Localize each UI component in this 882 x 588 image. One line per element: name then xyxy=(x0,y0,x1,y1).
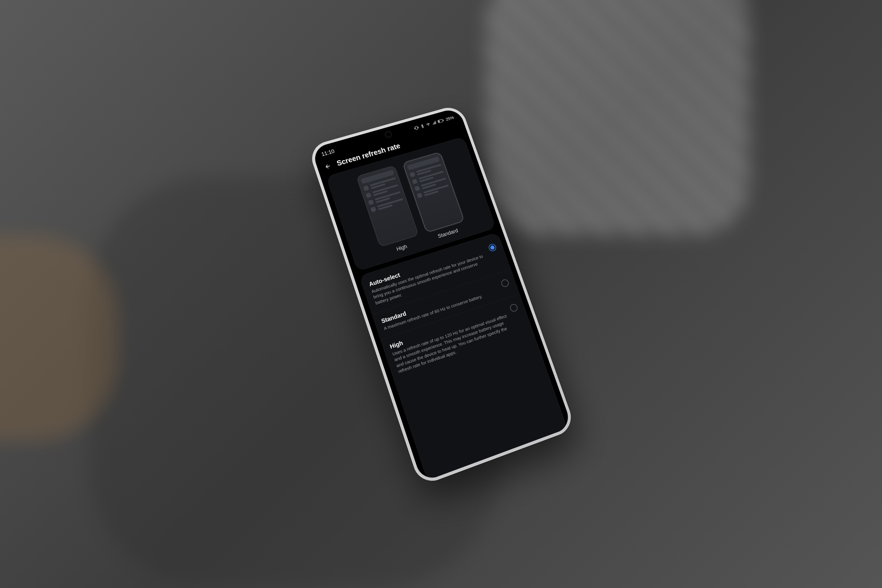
radio-auto-select[interactable] xyxy=(488,243,497,252)
battery-percentage: 25% xyxy=(445,115,454,122)
vibrate-icon xyxy=(413,125,419,130)
signal-icon xyxy=(431,120,437,125)
svg-point-0 xyxy=(428,125,429,126)
back-arrow-icon xyxy=(324,163,332,170)
radio-standard[interactable] xyxy=(500,278,510,288)
status-time: 11:10 xyxy=(321,148,335,157)
preview-label: High xyxy=(396,243,408,252)
svg-rect-3 xyxy=(438,120,440,122)
back-button[interactable] xyxy=(323,162,333,171)
bluetooth-icon xyxy=(420,123,425,129)
preview-label: Standard xyxy=(437,228,459,239)
radio-high[interactable] xyxy=(509,303,518,312)
battery-icon xyxy=(437,118,444,124)
vowifi-icon xyxy=(425,122,431,127)
